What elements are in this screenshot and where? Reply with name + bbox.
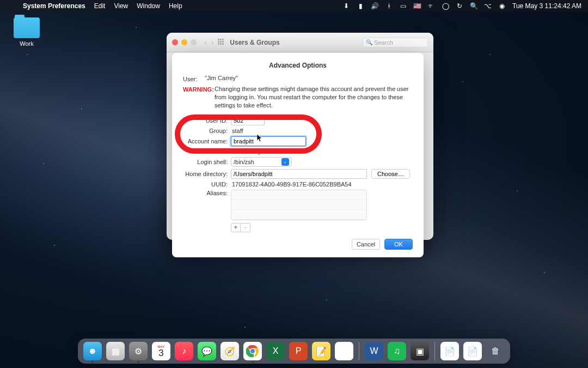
desktop-folder-label: Work xyxy=(10,40,44,47)
dock-doc2[interactable]: 📄 xyxy=(463,342,482,360)
full-name-value: Jim Carrey xyxy=(231,148,261,155)
dock-separator xyxy=(359,342,359,360)
dock-word[interactable]: W xyxy=(365,342,383,360)
group-label: Group: xyxy=(183,128,231,134)
login-shell-select[interactable]: /bin/zsh ⌄ xyxy=(231,157,292,167)
menu-help[interactable]: Help xyxy=(169,2,182,10)
battery-saver-icon[interactable]: ▮ xyxy=(357,2,364,10)
desktop-folder-work[interactable]: Work xyxy=(10,17,44,47)
aliases-label: Aliases: xyxy=(183,190,231,196)
chevron-down-icon: ⌄ xyxy=(281,158,289,166)
user-label: User: xyxy=(183,75,205,82)
search-field[interactable]: 🔍 Search xyxy=(363,38,428,47)
cancel-button[interactable]: Cancel xyxy=(352,239,380,250)
user-id-label: User ID: xyxy=(183,117,231,124)
dock-messages[interactable]: 💬 xyxy=(198,342,216,360)
dock-launchpad[interactable]: ▦ xyxy=(106,342,125,360)
bluetooth-icon[interactable]: ᚼ xyxy=(385,2,393,10)
menubar: System Preferences Edit View Window Help… xyxy=(0,0,588,12)
dock-calendar-day: 3 xyxy=(158,348,163,358)
choose-button[interactable]: Choose… xyxy=(371,169,410,179)
uuid-value: 17091832-4A00-49B9-917E-86C052B9BA54 xyxy=(231,181,352,188)
spotlight-icon[interactable]: 🔍 xyxy=(470,2,477,10)
dock-music[interactable]: ♪ xyxy=(175,342,193,360)
dock-spotify[interactable]: ♫ xyxy=(388,342,406,360)
dock-doc1[interactable]: 📄 xyxy=(440,342,459,360)
flag-icon[interactable]: 🇺🇸 xyxy=(413,2,421,10)
login-shell-label: Login shell: xyxy=(183,159,231,165)
home-dir-label: Home directory: xyxy=(183,171,231,177)
account-name-input[interactable] xyxy=(231,136,306,146)
battery-icon[interactable]: ▭ xyxy=(399,2,407,10)
dock-notes[interactable]: 📝 xyxy=(312,342,330,360)
window-toolbar: ‹ › Users & Groups 🔍 Search xyxy=(167,33,433,52)
traffic-lights xyxy=(172,39,197,45)
search-placeholder: Search xyxy=(374,39,393,46)
close-button[interactable] xyxy=(172,39,178,45)
dock-safari[interactable]: 🧭 xyxy=(220,342,239,360)
warning-label: WARNING: xyxy=(183,85,215,93)
window-title: Users & Groups xyxy=(230,39,279,46)
account-name-label: Account name: xyxy=(183,138,231,144)
control-center-icon[interactable]: ⌥ xyxy=(484,2,492,10)
dock-settings[interactable]: ⚙ xyxy=(129,342,148,360)
user-icon[interactable]: ◯ xyxy=(442,2,449,10)
back-button[interactable]: ‹ xyxy=(204,38,207,47)
wifi-icon[interactable]: ᯤ xyxy=(427,2,435,10)
menu-view[interactable]: View xyxy=(114,2,128,10)
grid-icon[interactable] xyxy=(218,39,225,46)
menu-edit[interactable]: Edit xyxy=(94,2,106,10)
minimize-button[interactable] xyxy=(181,39,187,45)
remove-alias-button[interactable]: − xyxy=(241,223,250,232)
siri-icon[interactable]: ◉ xyxy=(498,2,506,10)
aliases-list[interactable] xyxy=(231,190,367,220)
dock-separator xyxy=(434,342,435,360)
uuid-label: UUID: xyxy=(183,181,231,188)
dock-powerpoint[interactable]: P xyxy=(289,342,308,360)
dropbox-icon[interactable]: ⬇ xyxy=(342,2,350,10)
add-alias-button[interactable]: + xyxy=(231,223,241,232)
dock-chrome[interactable] xyxy=(243,342,262,360)
dock-calendar[interactable]: MAY 3 xyxy=(152,342,170,360)
dock: ☻ ▦ ⚙ MAY 3 ♪ 💬 🧭 X P 📝 ✱ W ♫ ▣ 📄 📄 🗑 xyxy=(78,339,510,364)
timemachine-icon[interactable]: ↻ xyxy=(456,2,463,10)
menubar-clock[interactable]: Tue May 3 11:24:42 AM xyxy=(512,2,581,10)
apple-logo-icon[interactable] xyxy=(7,2,14,10)
user-value: "Jim Carrey" xyxy=(205,75,413,81)
volume-icon[interactable]: 🔊 xyxy=(371,2,378,10)
forward-button[interactable]: › xyxy=(211,38,214,47)
dock-excel[interactable]: X xyxy=(266,342,285,360)
menu-window[interactable]: Window xyxy=(137,2,160,10)
zoom-button[interactable] xyxy=(191,39,197,45)
menubar-app-name[interactable]: System Preferences xyxy=(23,2,85,10)
search-icon: 🔍 xyxy=(366,39,372,45)
sheet-title: Advanced Options xyxy=(183,62,413,69)
warning-text: Changing these settings might damage thi… xyxy=(215,85,413,110)
group-value: staff xyxy=(231,128,243,134)
dock-finder[interactable]: ☻ xyxy=(83,342,102,360)
folder-icon xyxy=(14,17,40,38)
dock-missioncontrol[interactable]: ▣ xyxy=(411,342,429,360)
user-id-input[interactable] xyxy=(231,116,265,125)
advanced-options-sheet: Advanced Options User: "Jim Carrey" WARN… xyxy=(172,53,424,257)
login-shell-value: /bin/zsh xyxy=(234,159,254,165)
ok-button[interactable]: OK xyxy=(384,239,413,250)
dock-slack[interactable]: ✱ xyxy=(335,342,353,360)
home-dir-input[interactable] xyxy=(231,169,367,179)
dock-trash[interactable]: 🗑 xyxy=(486,342,505,360)
full-name-label: Full name: xyxy=(183,148,231,155)
